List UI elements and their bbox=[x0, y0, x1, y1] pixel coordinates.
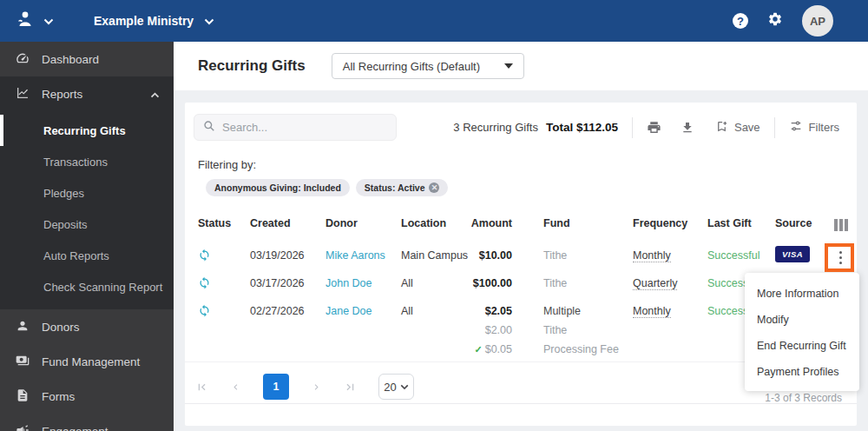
col-location[interactable]: Location bbox=[401, 217, 469, 229]
sidebar-subitem-deposits[interactable]: Deposits bbox=[0, 209, 174, 240]
menu-item-end-recurring-gift[interactable]: End Recurring Gift bbox=[745, 333, 859, 359]
col-status[interactable]: Status bbox=[198, 217, 250, 229]
created-date: 03/17/2026 bbox=[250, 274, 326, 293]
recurring-status-icon[interactable] bbox=[198, 274, 250, 292]
last-gift-status: Successful bbox=[707, 246, 775, 265]
app-root: Example Ministry ? AP Dashboard bbox=[0, 0, 868, 431]
sidebar-item-fund-management[interactable]: Fund Management bbox=[0, 344, 174, 379]
save-label: Save bbox=[734, 121, 760, 134]
search-box bbox=[194, 114, 397, 141]
page-button-current[interactable]: 1 bbox=[263, 374, 289, 400]
document-icon bbox=[16, 388, 30, 405]
sidebar: Dashboard Reports Recurring Gifts Transa… bbox=[0, 42, 174, 431]
subitem-label: Check Scanning Report bbox=[43, 281, 162, 294]
person-giving-icon bbox=[14, 9, 35, 33]
avatar-initials: AP bbox=[810, 15, 825, 28]
org-switcher[interactable]: Example Ministry bbox=[94, 14, 214, 28]
row-actions-kebab-icon[interactable] bbox=[830, 246, 852, 269]
report-view-value: All Recurring Gifts (Default) bbox=[343, 60, 480, 73]
org-name: Example Ministry bbox=[94, 14, 194, 28]
sidebar-item-donors[interactable]: Donors bbox=[0, 309, 174, 344]
sidebar-item-label: Fund Management bbox=[42, 355, 140, 368]
donor-link[interactable]: Mike Aarons bbox=[326, 246, 401, 265]
pagination: 1 20 bbox=[195, 374, 414, 400]
sidebar-subitem-recurring-gifts[interactable]: Recurring Gifts bbox=[0, 115, 174, 146]
chip-close-icon[interactable]: ✕ bbox=[429, 182, 439, 193]
col-frequency[interactable]: Frequency bbox=[633, 217, 707, 229]
page-size-value: 20 bbox=[384, 381, 396, 394]
chevron-down-icon bbox=[400, 384, 409, 390]
page-size-select[interactable]: 20 bbox=[378, 374, 414, 400]
bookmark-add-icon bbox=[715, 120, 728, 136]
user-avatar[interactable]: AP bbox=[802, 5, 833, 36]
donor-link[interactable]: John Doe bbox=[326, 274, 401, 293]
col-amount[interactable]: Amount bbox=[469, 217, 512, 229]
menu-item-more-information[interactable]: More Information bbox=[745, 281, 859, 307]
amount: $100.00 bbox=[469, 274, 512, 293]
sidebar-subitem-check-scanning-report[interactable]: Check Scanning Report bbox=[0, 271, 174, 302]
next-page-icon[interactable] bbox=[311, 381, 322, 393]
print-button[interactable] bbox=[647, 120, 661, 135]
visa-badge: VISA bbox=[775, 246, 810, 262]
col-last-gift[interactable]: Last Gift bbox=[707, 217, 775, 229]
filters-label: Filters bbox=[809, 121, 839, 134]
fund: Processing Fee bbox=[543, 340, 633, 359]
sidebar-subitem-pledges[interactable]: Pledges bbox=[0, 177, 174, 209]
amount-split: $2.00 bbox=[469, 321, 512, 340]
last-page-icon[interactable] bbox=[344, 381, 357, 394]
chevron-down-icon bbox=[204, 14, 214, 28]
frequency[interactable]: Quarterly bbox=[633, 277, 677, 290]
chevron-down-icon bbox=[43, 13, 54, 29]
table-header: Status Created Donor Location Amount Fun… bbox=[198, 217, 857, 231]
row-actions-menu: More Information Modify End Recurring Gi… bbox=[745, 273, 859, 391]
subitem-label: Pledges bbox=[43, 187, 84, 200]
col-created[interactable]: Created bbox=[250, 217, 326, 229]
page-title: Recurring Gifts bbox=[198, 57, 306, 75]
report-view-select[interactable]: All Recurring Gifts (Default) bbox=[332, 53, 524, 79]
col-donor[interactable]: Donor bbox=[326, 217, 401, 229]
frequency[interactable]: Monthly bbox=[633, 305, 671, 318]
prev-page-icon[interactable] bbox=[230, 381, 241, 393]
sidebar-item-forms[interactable]: Forms bbox=[0, 379, 174, 414]
download-button[interactable] bbox=[681, 121, 694, 135]
divider bbox=[632, 117, 633, 138]
search-input[interactable] bbox=[222, 121, 387, 134]
column-settings-icon[interactable] bbox=[825, 219, 857, 231]
help-icon[interactable]: ? bbox=[733, 13, 748, 29]
recurring-status-icon[interactable] bbox=[198, 246, 250, 264]
gift-count: 3 Recurring Gifts bbox=[453, 121, 538, 134]
menu-item-payment-profiles[interactable]: Payment Profiles bbox=[745, 359, 859, 385]
money-icon bbox=[16, 354, 30, 370]
help-glyph: ? bbox=[737, 15, 744, 28]
dashboard-icon bbox=[16, 51, 30, 68]
first-page-icon[interactable] bbox=[195, 381, 208, 394]
frequency[interactable]: Monthly bbox=[633, 249, 671, 262]
gift-total: Total $112.05 bbox=[546, 121, 618, 134]
filter-chip-status-active[interactable]: Status: Active ✕ bbox=[356, 179, 449, 196]
created-date: 03/19/2026 bbox=[250, 246, 326, 265]
donor-link[interactable]: Jane Doe bbox=[326, 302, 401, 321]
sidebar-item-dashboard[interactable]: Dashboard bbox=[0, 42, 174, 76]
reports-chart-icon bbox=[16, 86, 30, 103]
recurring-status-icon[interactable] bbox=[198, 302, 250, 320]
sidebar-item-engagement[interactable]: Engagement bbox=[0, 414, 174, 431]
menu-item-modify[interactable]: Modify bbox=[745, 307, 859, 333]
sidebar-subitem-auto-reports[interactable]: Auto Reports bbox=[0, 240, 174, 271]
giving-profile-menu[interactable] bbox=[14, 9, 54, 33]
fund-multiple: Multiple bbox=[543, 302, 633, 321]
filter-chip-anonymous-giving[interactable]: Anonymous Giving: Included bbox=[206, 179, 350, 196]
col-fund[interactable]: Fund bbox=[512, 217, 633, 229]
col-source[interactable]: Source bbox=[775, 217, 825, 229]
divider bbox=[774, 117, 775, 138]
megaphone-icon bbox=[16, 423, 30, 431]
save-view-button[interactable]: Save bbox=[715, 120, 760, 136]
filters-button[interactable]: Filters bbox=[789, 119, 839, 136]
gear-icon[interactable] bbox=[767, 11, 783, 30]
sidebar-item-label: Reports bbox=[42, 88, 82, 101]
amount-fee: ✓$0.05 bbox=[469, 340, 512, 359]
table-row: 03/19/2026 Mike Aarons Main Campus $10.0… bbox=[198, 246, 857, 269]
sidebar-subitem-transactions[interactable]: Transactions bbox=[0, 146, 174, 177]
chip-label: Anonymous Giving: Included bbox=[214, 182, 341, 193]
sidebar-item-reports[interactable]: Reports bbox=[0, 76, 174, 111]
person-icon bbox=[16, 319, 30, 335]
